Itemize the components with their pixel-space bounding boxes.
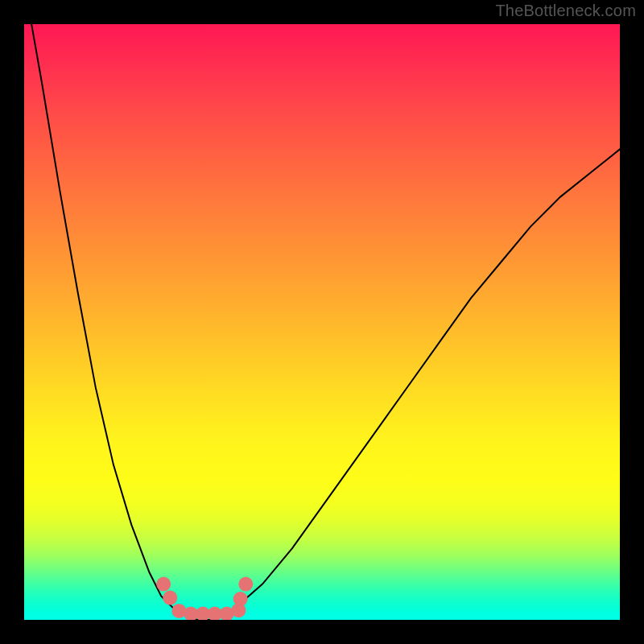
watermark-text: TheBottleneck.com <box>495 2 636 20</box>
marker-dot <box>163 591 177 605</box>
chart-area <box>24 24 620 620</box>
bottom-markers <box>156 577 253 620</box>
marker-dot <box>233 592 248 606</box>
marker-dot <box>156 577 171 592</box>
curve-svg <box>24 24 620 620</box>
bottleneck-curve <box>24 24 620 620</box>
marker-dot <box>238 577 253 592</box>
